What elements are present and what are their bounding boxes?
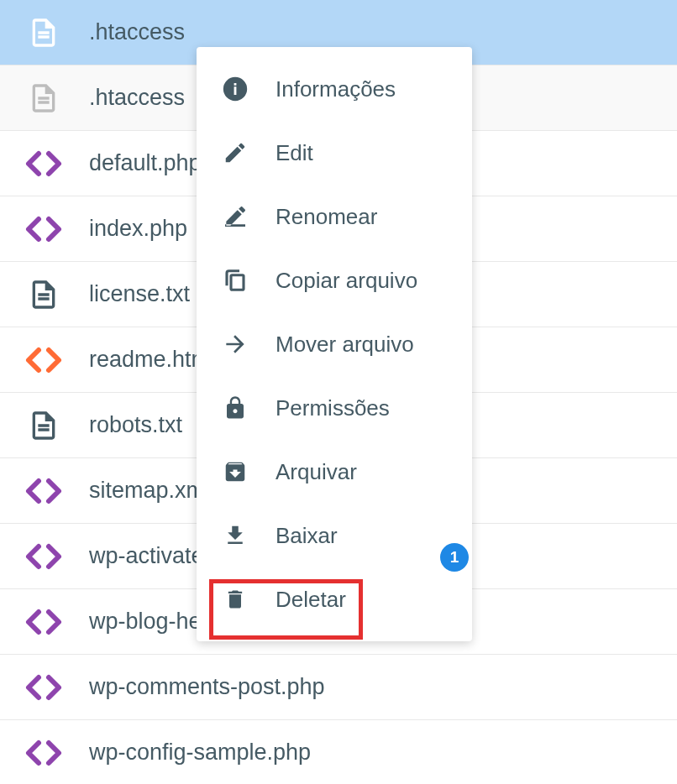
code-icon [24, 536, 64, 577]
menu-label: Copiar arquivo [276, 268, 417, 294]
download-icon [220, 520, 250, 551]
menu-item-info[interactable]: Informações [197, 57, 472, 121]
code-icon [24, 144, 64, 184]
code-icon [24, 733, 64, 773]
archive-icon [220, 457, 250, 487]
menu-item-rename[interactable]: Renomear [197, 185, 472, 248]
menu-item-delete[interactable]: Deletar [197, 567, 472, 631]
menu-item-permissions[interactable]: Permissões [197, 376, 472, 440]
file-name: wp-config-sample.php [89, 740, 311, 766]
menu-item-download[interactable]: Baixar [197, 504, 472, 567]
context-menu: Informações Edit Renomear Copiar arquivo… [197, 47, 472, 641]
info-icon [220, 74, 250, 104]
code-icon [24, 667, 64, 708]
menu-label: Arquivar [276, 459, 357, 485]
code-icon [24, 209, 64, 249]
menu-item-edit[interactable]: Edit [197, 121, 472, 185]
code-icon [24, 602, 64, 642]
copy-icon [220, 265, 250, 295]
file-row[interactable]: wp-config-sample.php [0, 720, 677, 784]
file-name: .htaccess [89, 85, 185, 111]
file-name: wp-comments-post.php [89, 674, 325, 700]
file-name: .htaccess [89, 19, 185, 45]
file-icon [24, 13, 64, 53]
menu-item-move[interactable]: Mover arquivo [197, 312, 472, 376]
annotation-badge: 1 [440, 543, 469, 572]
file-name: sitemap.xml [89, 478, 210, 504]
menu-label: Deletar [276, 587, 346, 613]
file-icon [24, 274, 64, 315]
menu-label: Renomear [276, 204, 377, 230]
arrow-right-icon [220, 329, 250, 359]
menu-label: Edit [276, 140, 313, 166]
menu-label: Baixar [276, 523, 338, 549]
file-name: robots.txt [89, 412, 182, 438]
trash-icon [220, 584, 250, 614]
menu-item-archive[interactable]: Arquivar [197, 440, 472, 504]
pencil-icon [220, 138, 250, 168]
file-icon [24, 78, 64, 118]
file-name: index.php [89, 216, 187, 242]
svg-rect-1 [231, 275, 244, 290]
file-icon [24, 405, 64, 446]
file-name: default.php [89, 150, 202, 176]
code-icon [24, 471, 64, 511]
file-name: license.txt [89, 281, 190, 307]
file-row[interactable]: wp-comments-post.php [0, 655, 677, 720]
code-icon [24, 340, 64, 380]
menu-item-copy[interactable]: Copiar arquivo [197, 248, 472, 312]
menu-label: Informações [276, 76, 396, 102]
menu-label: Permissões [276, 395, 390, 421]
lock-icon [220, 393, 250, 423]
menu-label: Mover arquivo [276, 332, 414, 358]
rename-icon [220, 201, 250, 232]
